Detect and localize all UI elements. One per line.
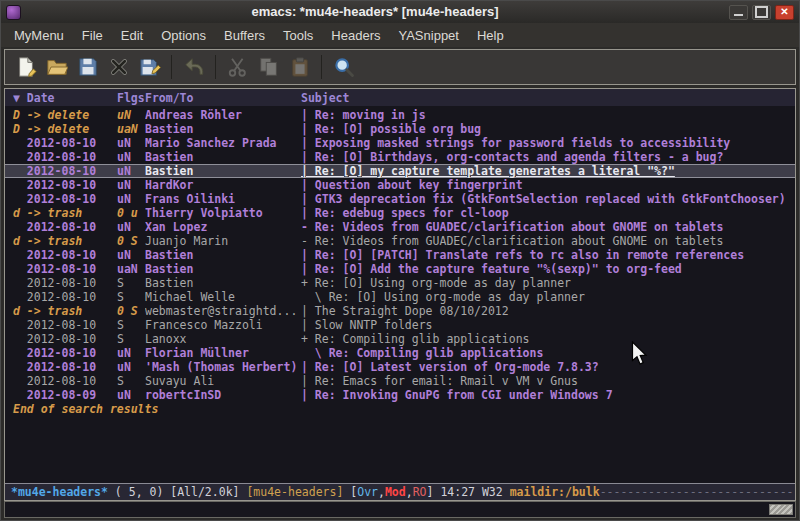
modeline-segment: [: [350, 485, 357, 499]
cut-icon[interactable]: [222, 53, 253, 81]
subject-cell: | Exposing masked strings for password f…: [301, 136, 795, 150]
flags-cell: uN: [117, 220, 145, 234]
date-cell: 2012-08-10: [13, 332, 117, 346]
message-row[interactable]: 2012-08-10uNMario Sanchez Prada| Exposin…: [5, 136, 795, 150]
date-cell: 2012-08-10: [13, 318, 117, 332]
subject-cell: | Re: [O] Add the capture feature "%(sex…: [301, 262, 795, 276]
message-row[interactable]: D -> deleteuNAndreas Röhler| Re: moving …: [5, 108, 795, 122]
message-row[interactable]: d -> trash0 uThierry Volpiatto| Re: edeb…: [5, 206, 795, 220]
date-cell: 2012-08-09: [13, 388, 117, 402]
column-from[interactable]: From/To: [145, 91, 301, 106]
message-row[interactable]: 2012-08-10SSuvayu Ali| Re: Emacs for ema…: [5, 374, 795, 388]
column-subject[interactable]: Subject: [301, 91, 795, 106]
flags-cell: S: [117, 318, 145, 332]
message-row[interactable]: 2012-08-10uNBastien| Re: [O] [PATCH] Tra…: [5, 248, 795, 262]
from-cell: Bastien: [145, 262, 301, 276]
open-folder-icon[interactable]: [41, 53, 72, 81]
flags-cell: uN: [117, 346, 145, 360]
subject-cell: | Re: edebug specs for cl-loop: [301, 206, 795, 220]
flags-cell: S: [117, 276, 145, 290]
save-icon[interactable]: [72, 53, 103, 81]
flags-cell: uN: [117, 108, 145, 122]
from-cell: Florian Müllner: [145, 346, 301, 360]
date-cell: 2012-08-10: [13, 374, 117, 388]
modeline-segment: *mu4e-headers*: [11, 485, 108, 499]
message-row[interactable]: D -> deleteuaNBastien| Re: [O] possible …: [5, 122, 795, 136]
menu-tools[interactable]: Tools: [274, 25, 322, 46]
menu-file[interactable]: File: [73, 25, 112, 46]
message-row[interactable]: 2012-08-10SLanoxx+ Re: Compiling glib ap…: [5, 332, 795, 346]
subject-cell: | Re: [O] Birthdays, org-contacts and ag…: [301, 150, 795, 164]
menu-help[interactable]: Help: [468, 25, 513, 46]
close-buffer-icon[interactable]: [103, 53, 134, 81]
subject-cell: | Question about key fingerprint: [301, 178, 795, 192]
modeline-segment: [mu4e-headers]: [246, 485, 350, 499]
toolbar-separator: [321, 55, 322, 79]
flags-cell: uN: [117, 360, 145, 374]
menu-headers[interactable]: Headers: [322, 25, 389, 46]
date-cell: 2012-08-10: [13, 178, 117, 192]
message-row[interactable]: 2012-08-10uNFlorian Müllner \ Re: Compil…: [5, 346, 795, 360]
flags-cell: 0 S: [117, 304, 145, 318]
date-cell: 2012-08-10: [13, 248, 117, 262]
modeline-segment: ,: [378, 485, 385, 499]
modeline-segment: [All/2.0k]: [170, 485, 246, 499]
message-row[interactable]: 2012-08-09uNrobertcInSD| Re: Invoking Gn…: [5, 388, 795, 402]
save-as-icon[interactable]: [134, 53, 165, 81]
column-flags[interactable]: Flgs: [117, 91, 145, 106]
menu-edit[interactable]: Edit: [112, 25, 152, 46]
date-cell: 2012-08-10: [13, 220, 117, 234]
message-row[interactable]: d -> trash0 Swebmaster@straightd...| The…: [5, 304, 795, 318]
subject-cell: | Re: [O] Latest version of Org-mode 7.8…: [301, 360, 795, 374]
window-title: emacs: *mu4e-headers* [mu4e-headers]: [25, 1, 725, 23]
modeline-segment: RO: [413, 485, 427, 499]
menu-yasnippet[interactable]: YASnippet: [389, 25, 467, 46]
paste-icon[interactable]: [284, 53, 315, 81]
flags-cell: uN: [117, 150, 145, 164]
search-icon[interactable]: [328, 53, 359, 81]
flags-cell: S: [117, 374, 145, 388]
minimize-icon[interactable]: [729, 5, 748, 20]
copy-icon[interactable]: [253, 53, 284, 81]
message-row[interactable]: 2012-08-10uN'Mash (Thomas Herbert)| Re: …: [5, 360, 795, 374]
subject-cell: | Re: [O] my capture template generates …: [301, 164, 795, 178]
message-row[interactable]: 2012-08-10uNBastien| Re: [O] my capture …: [5, 164, 795, 178]
from-cell: Francesco Mazzoli: [145, 318, 301, 332]
message-row[interactable]: 2012-08-10uNXan Lopez- Re: Videos from G…: [5, 220, 795, 234]
from-cell: Juanjo Marin: [145, 234, 301, 248]
flags-cell: uN: [117, 248, 145, 262]
close-icon[interactable]: [775, 5, 794, 20]
toolbar-separator: [215, 55, 216, 79]
message-row[interactable]: 2012-08-10uNBastien| Re: [O] Birthdays, …: [5, 150, 795, 164]
resize-grip[interactable]: [769, 504, 793, 515]
message-row[interactable]: 2012-08-10SBastien+ Re: [O] Using org-mo…: [5, 276, 795, 290]
modeline-segment: ( 5, 0): [108, 485, 170, 499]
from-cell: Thierry Volpiatto: [145, 206, 301, 220]
subject-cell: | Re: [O] [PATCH] Translate refs to rc a…: [301, 248, 795, 262]
menu-buffers[interactable]: Buffers: [215, 25, 274, 46]
date-cell: 2012-08-10: [13, 164, 117, 178]
message-row[interactable]: 2012-08-10uNFrans Oilinki| GTK3 deprecat…: [5, 192, 795, 206]
maximize-icon[interactable]: [752, 5, 771, 20]
from-cell: Lanoxx: [145, 332, 301, 346]
subject-cell: | Slow NNTP folders: [301, 318, 795, 332]
menu-mymenu[interactable]: MyMenu: [5, 25, 73, 46]
message-row[interactable]: d -> trash0 SJuanjo Marin- Re: Videos fr…: [5, 234, 795, 248]
new-file-icon[interactable]: [10, 53, 41, 81]
message-row[interactable]: 2012-08-10SMichael Welle \ Re: [O] Using…: [5, 290, 795, 304]
toolbar-wrap: [1, 47, 799, 88]
message-row[interactable]: 2012-08-10SFrancesco Mazzoli| Slow NNTP …: [5, 318, 795, 332]
end-of-results: End of search results: [5, 402, 795, 416]
sort-column-date[interactable]: ▼ Date: [13, 91, 117, 106]
menu-options[interactable]: Options: [152, 25, 215, 46]
title-bar[interactable]: emacs: *mu4e-headers* [mu4e-headers]: [1, 1, 799, 23]
from-cell: robertcInSD: [145, 388, 301, 402]
date-cell: 2012-08-10: [13, 192, 117, 206]
subject-cell: - Re: Videos from GUADEC/clarification a…: [301, 234, 795, 248]
modeline-segment: ----------------------------------------: [600, 485, 795, 499]
message-row[interactable]: 2012-08-10uaNBastien| Re: [O] Add the ca…: [5, 262, 795, 276]
modeline-segment: 14:27: [440, 485, 482, 499]
message-row[interactable]: 2012-08-10uNHardKor| Question about key …: [5, 178, 795, 192]
undo-icon[interactable]: [178, 53, 209, 81]
from-cell: Bastien: [145, 164, 301, 178]
